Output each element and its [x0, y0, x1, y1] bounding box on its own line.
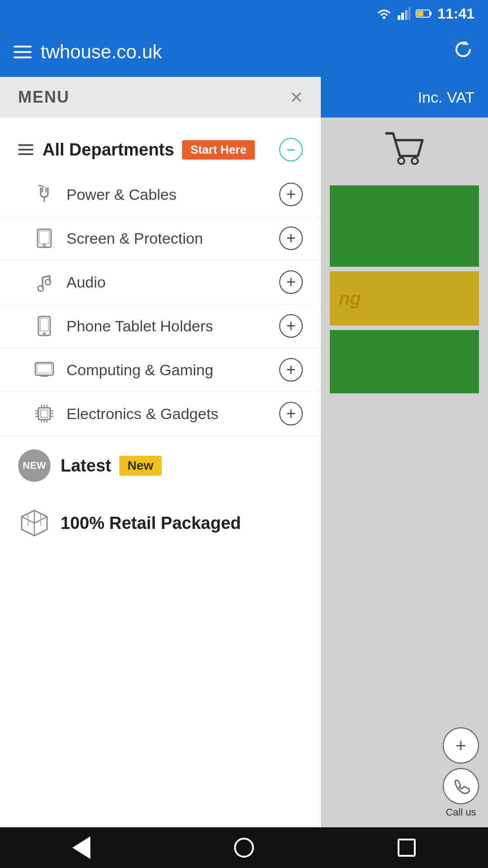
svg-rect-3	[405, 10, 408, 20]
call-us-label: Call us	[446, 807, 476, 818]
svg-rect-2	[401, 13, 404, 20]
collapse-icon: −	[279, 138, 303, 161]
computing-gaming-label: Computing & Gaming	[66, 361, 279, 379]
right-panel: Inc. VAT ng +	[321, 77, 488, 827]
svg-point-15	[43, 245, 45, 247]
cpu-icon	[32, 403, 56, 424]
category-phone-holders[interactable]: Phone Tablet Holders +	[0, 304, 321, 348]
menu-panel: MENU × All Departments Start Here −	[0, 77, 321, 827]
svg-rect-4	[408, 7, 410, 20]
svg-point-0	[383, 16, 385, 19]
new-badge: New	[119, 456, 162, 476]
menu-header: MENU ×	[0, 77, 321, 118]
site-title: twhouse.co.uk	[41, 41, 162, 63]
tablet-icon	[32, 228, 56, 248]
promo-text: ng	[339, 288, 361, 309]
category-electronics-gadgets[interactable]: Electronics & Gadgets +	[0, 392, 321, 436]
box-icon	[18, 507, 51, 539]
expand-phone-holders-icon: +	[279, 314, 303, 338]
promo-banner-2: ng	[330, 271, 479, 326]
add-button[interactable]: +	[443, 727, 479, 764]
phone-call-icon	[443, 768, 479, 804]
call-us-area[interactable]: Call us	[443, 768, 479, 818]
power-cables-label: Power & Cables	[66, 186, 279, 203]
electronics-gadgets-label: Electronics & Gadgets	[66, 405, 279, 423]
promo-banner-1	[330, 185, 479, 267]
svg-point-38	[398, 158, 404, 164]
menu-title: MENU	[18, 88, 70, 107]
category-screen-protection[interactable]: Screen & Protection +	[0, 217, 321, 260]
start-here-badge: Start Here	[182, 140, 254, 160]
back-button[interactable]	[63, 830, 99, 866]
latest-label: Latest	[61, 456, 111, 476]
svg-rect-6	[430, 12, 432, 15]
right-action-icons: + Call us	[443, 727, 479, 818]
retail-packaged-item[interactable]: 100% Retail Packaged	[0, 495, 321, 551]
main-area: MENU × All Departments Start Here −	[0, 77, 488, 827]
battery-icon: ⚡	[416, 9, 432, 19]
svg-rect-19	[40, 318, 48, 331]
cart-area[interactable]	[321, 118, 488, 181]
home-button[interactable]	[226, 830, 262, 866]
green-banner-2	[330, 330, 479, 393]
recents-icon	[398, 839, 416, 857]
promo-banner-3	[330, 330, 479, 393]
signal-icon	[398, 7, 410, 20]
expand-computing-gaming-icon: +	[279, 358, 303, 382]
phone-icon	[32, 316, 56, 336]
svg-rect-1	[398, 15, 400, 20]
status-time: 11:41	[437, 5, 474, 22]
latest-item[interactable]: NEW Latest New	[0, 436, 321, 495]
category-power-cables[interactable]: Power & Cables +	[0, 173, 321, 217]
cart-icon[interactable]	[384, 131, 425, 167]
svg-rect-22	[37, 364, 52, 373]
svg-rect-25	[41, 410, 48, 417]
svg-text:⚡: ⚡	[418, 12, 423, 18]
recents-button[interactable]	[389, 830, 425, 866]
expand-screen-protection-icon: +	[279, 226, 303, 250]
home-icon	[234, 838, 254, 858]
svg-point-20	[43, 333, 45, 335]
menu-body: All Departments Start Here − Power & Cab…	[0, 118, 321, 560]
retail-packaged-label: 100% Retail Packaged	[61, 514, 241, 533]
music-note-icon	[32, 272, 56, 292]
new-circle-badge: NEW	[18, 449, 51, 482]
all-departments-item[interactable]: All Departments Start Here −	[0, 127, 321, 173]
plug-icon	[32, 184, 56, 204]
audio-label: Audio	[66, 274, 279, 291]
browser-bar: twhouse.co.uk	[0, 27, 488, 77]
nav-bar	[0, 827, 488, 868]
category-computing-gaming[interactable]: Computing & Gaming +	[0, 348, 321, 392]
menu-close-button[interactable]: ×	[290, 86, 303, 108]
svg-rect-14	[39, 231, 49, 244]
phone-holders-label: Phone Tablet Holders	[66, 317, 279, 335]
svg-point-39	[412, 158, 418, 164]
svg-rect-24	[38, 408, 50, 420]
back-icon	[72, 836, 90, 859]
refresh-button[interactable]	[452, 38, 474, 66]
tablet2-icon	[32, 362, 56, 378]
status-icons: ⚡ 11:41	[376, 5, 474, 22]
vat-bar: Inc. VAT	[321, 77, 488, 118]
hamburger-menu-button[interactable]	[14, 46, 32, 58]
expand-audio-icon: +	[279, 270, 303, 294]
vat-text: Inc. VAT	[418, 89, 474, 106]
category-audio[interactable]: Audio +	[0, 260, 321, 304]
wifi-icon	[376, 7, 392, 20]
screen-protection-label: Screen & Protection	[66, 230, 279, 247]
svg-point-17	[45, 279, 51, 285]
svg-rect-21	[35, 363, 53, 375]
list-lines-icon	[18, 144, 33, 155]
svg-point-16	[38, 286, 43, 291]
expand-electronics-gadgets-icon: +	[279, 402, 303, 425]
expand-power-cables-icon: +	[279, 183, 303, 206]
status-bar: ⚡ 11:41	[0, 0, 488, 27]
all-departments-label: All Departments	[42, 140, 174, 160]
